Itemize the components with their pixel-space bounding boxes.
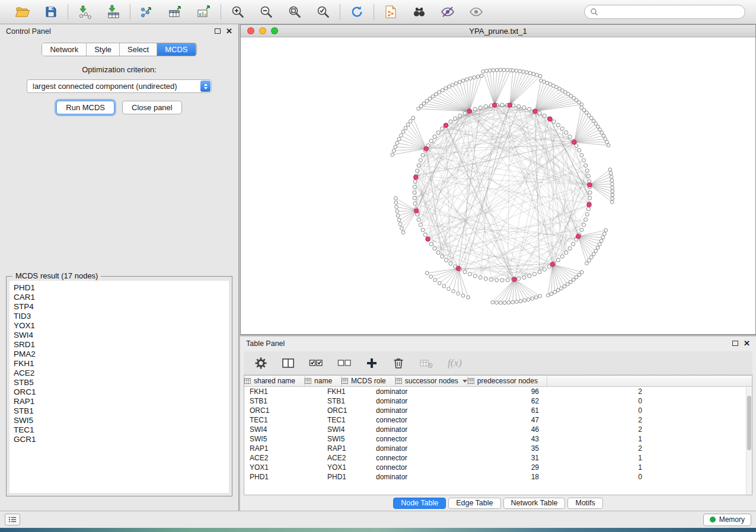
mcds-result-item[interactable]: ACE2 [14, 368, 229, 378]
table-row[interactable]: PHD1 PHD1 dominator 18 0 [244, 472, 752, 482]
cell-mcds-role[interactable]: connector [371, 463, 459, 472]
mcds-result-item[interactable]: ORC1 [14, 387, 229, 397]
close-window-icon[interactable] [247, 27, 254, 34]
mcds-result-item[interactable]: SWI4 [14, 331, 229, 340]
zoom-selected-button[interactable] [314, 2, 333, 21]
delete-column-button[interactable] [392, 354, 405, 372]
mcds-result-item[interactable]: STP4 [14, 302, 229, 312]
mcds-result-item[interactable]: TID3 [14, 312, 229, 321]
cell-predecessor-nodes[interactable]: 0 [547, 406, 647, 415]
open-session-button[interactable] [13, 2, 32, 21]
cell-mcds-role[interactable]: connector [371, 454, 459, 462]
criterion-select[interactable]: largest connected component (undirected) [27, 79, 212, 93]
cell-name[interactable]: FKH1 [322, 387, 371, 396]
memory-button[interactable]: Memory [703, 514, 751, 526]
mcds-result-item[interactable]: GCR1 [14, 435, 229, 444]
show-elements-button[interactable] [467, 2, 486, 21]
cell-mcds-role[interactable]: dominator [371, 425, 459, 434]
table-body[interactable]: FKH1 FKH1 dominator 96 2 STB1 STB1 domin… [244, 387, 752, 495]
table-row[interactable]: RAP1 RAP1 dominator 35 2 [244, 444, 752, 453]
sort-caret-icon[interactable] [462, 380, 467, 383]
scrollbar-thumb[interactable] [747, 396, 751, 450]
table-column-header[interactable]: predecessor nodes [468, 376, 547, 386]
cell-shared-name[interactable]: SWI5 [244, 435, 322, 443]
cell-predecessor-nodes[interactable]: 1 [547, 435, 647, 443]
cell-mcds-role[interactable]: connector [371, 416, 459, 424]
cell-mcds-role[interactable]: dominator [371, 387, 459, 396]
cell-shared-name[interactable]: TEC1 [244, 416, 322, 424]
mcds-result-item[interactable]: SWI5 [14, 416, 229, 425]
table-row[interactable]: TEC1 TEC1 connector 47 2 [244, 415, 752, 425]
cell-shared-name[interactable]: ACE2 [244, 454, 322, 462]
cell-mcds-role[interactable]: connector [371, 435, 459, 443]
float-panel-icon[interactable] [732, 341, 738, 346]
cell-successor-nodes[interactable]: 46 [459, 425, 547, 434]
run-mcds-button[interactable]: Run MCDS [56, 101, 114, 114]
cell-name[interactable]: PHD1 [322, 473, 371, 481]
control-panel-tab[interactable]: MCDS [157, 43, 196, 56]
cell-successor-nodes[interactable]: 31 [459, 454, 547, 462]
mcds-result-item[interactable]: PHD1 [14, 283, 229, 293]
table-column-header[interactable]: shared name [244, 376, 305, 386]
search-box[interactable] [584, 5, 745, 19]
cell-successor-nodes[interactable]: 62 [459, 397, 547, 405]
cell-shared-name[interactable]: ORC1 [244, 406, 322, 415]
table-panel-tab[interactable]: Node Table [393, 498, 446, 509]
cell-successor-nodes[interactable]: 43 [459, 435, 547, 443]
table-row[interactable]: SWI4 SWI4 dominator 46 2 [244, 425, 752, 434]
mcds-result-item[interactable]: PMA2 [14, 350, 229, 359]
cell-successor-nodes[interactable]: 35 [459, 444, 547, 453]
cell-shared-name[interactable]: YOX1 [244, 463, 322, 472]
cell-successor-nodes[interactable]: 47 [459, 416, 547, 424]
select-all-button[interactable] [309, 354, 323, 372]
table-panel-tab[interactable]: Motifs [567, 498, 602, 509]
search-network-button[interactable] [410, 2, 429, 21]
table-row[interactable]: FKH1 FKH1 dominator 96 2 [244, 387, 752, 396]
show-columns-button[interactable] [282, 354, 295, 372]
cell-predecessor-nodes[interactable]: 0 [547, 473, 647, 481]
table-row[interactable]: ORC1 ORC1 dominator 61 0 [244, 406, 752, 415]
mcds-result-item[interactable]: STB5 [14, 378, 229, 387]
import-network-button[interactable] [75, 2, 94, 21]
zoom-out-button[interactable] [257, 2, 276, 21]
network-canvas[interactable] [241, 37, 755, 334]
table-row[interactable]: SWI5 SWI5 connector 43 1 [244, 434, 752, 444]
table-settings-button[interactable] [254, 354, 267, 372]
cell-shared-name[interactable]: STB1 [244, 397, 322, 405]
cell-name[interactable]: SWI4 [322, 425, 371, 434]
close-panel-button[interactable]: Close panel [122, 101, 182, 114]
cell-name[interactable]: ORC1 [322, 406, 371, 415]
mcds-result-item[interactable]: SRD1 [14, 340, 229, 350]
cell-name[interactable]: STB1 [322, 397, 371, 405]
table-column-header[interactable]: name [305, 376, 342, 386]
panel-menu-button[interactable] [5, 514, 20, 525]
cell-successor-nodes[interactable]: 29 [459, 463, 547, 472]
mcds-result-item[interactable]: STB1 [14, 406, 229, 416]
mcds-result-item[interactable]: FKH1 [14, 359, 229, 368]
minimize-window-icon[interactable] [259, 27, 266, 34]
cell-mcds-role[interactable]: dominator [371, 473, 459, 481]
cell-name[interactable]: YOX1 [322, 463, 371, 472]
cell-name[interactable]: TEC1 [322, 416, 371, 424]
close-panel-icon[interactable]: ✕ [744, 339, 750, 347]
cell-mcds-role[interactable]: dominator [371, 444, 459, 453]
mcds-result-item[interactable]: TEC1 [14, 425, 229, 435]
cell-predecessor-nodes[interactable]: 2 [547, 444, 647, 453]
cell-predecessor-nodes[interactable]: 2 [547, 416, 647, 424]
export-image-button[interactable] [194, 2, 213, 21]
maximize-window-icon[interactable] [271, 27, 278, 34]
control-panel-tab[interactable]: Style [87, 43, 120, 56]
table-scrollbar[interactable] [746, 387, 752, 495]
cell-predecessor-nodes[interactable]: 1 [547, 454, 647, 462]
cell-name[interactable]: SWI5 [322, 435, 371, 443]
float-panel-icon[interactable] [215, 28, 221, 34]
refresh-button[interactable] [347, 2, 366, 21]
mcds-result-item[interactable]: YOX1 [14, 321, 229, 331]
mcds-result-list[interactable]: PHD1CAR1STP4TID3YOX1SWI4SRD1PMA2FKH1ACE2… [9, 281, 229, 493]
cell-predecessor-nodes[interactable]: 2 [547, 387, 647, 396]
cell-mcds-role[interactable]: dominator [371, 406, 459, 415]
table-column-header[interactable]: MCDS role [342, 376, 395, 386]
zoom-fit-button[interactable] [285, 2, 304, 21]
cell-shared-name[interactable]: PHD1 [244, 473, 322, 481]
table-row[interactable]: YOX1 YOX1 connector 29 1 [244, 463, 752, 472]
